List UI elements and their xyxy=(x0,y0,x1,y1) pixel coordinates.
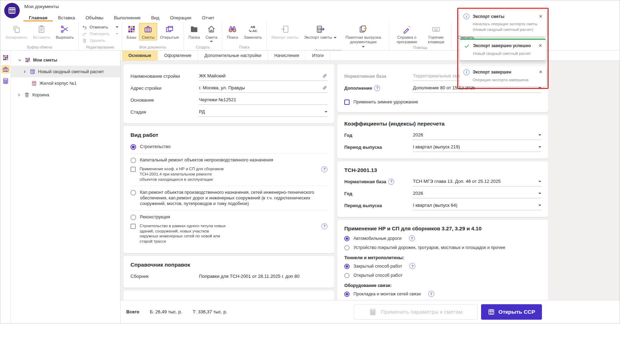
delete-button[interactable]: Удалить xyxy=(81,37,120,44)
export-estimate-button[interactable]: Экспорт сметы xyxy=(301,23,339,40)
close-icon[interactable]: × xyxy=(539,43,542,49)
bottom-bar: Всего Б: 26,49 тыс. р. Т: 336,37 тыс. р.… xyxy=(121,300,620,323)
radio-communication-networks[interactable] xyxy=(344,292,350,297)
work-type-option: Строительство xyxy=(130,140,327,153)
tsn-base-select[interactable]: ТСН МГЭ глава 13. Доп. 46 от 25.12.2025 xyxy=(413,177,541,186)
radio-capital-repair-nonproduction[interactable] xyxy=(130,158,136,163)
radio-automobile-roads[interactable] xyxy=(344,236,350,241)
radio-reconstruction[interactable] xyxy=(130,215,136,220)
paste-button[interactable]: Вставить xyxy=(30,23,53,40)
my-documents-group-label: Мои документы xyxy=(139,45,166,50)
create-estimate-button[interactable]: Смета xyxy=(203,23,220,43)
chevron-right-icon[interactable] xyxy=(17,92,21,97)
coeff-year-select[interactable]: 2026 xyxy=(413,130,541,140)
dropdown-caret-icon xyxy=(325,111,327,113)
period-label: Период выпуска xyxy=(344,203,413,208)
tab-formatting[interactable]: Оформление xyxy=(158,51,198,60)
chevron-down-icon[interactable] xyxy=(17,58,22,63)
hotkeys-button[interactable]: Горячие клавиши xyxy=(423,23,449,45)
create-folder-button[interactable]: Папка xyxy=(186,23,203,40)
help-icon[interactable]: ? xyxy=(374,85,380,91)
link-icon[interactable] xyxy=(322,85,327,90)
undo-dropdown-caret-icon[interactable] xyxy=(116,26,119,28)
tab-main[interactable]: Основные xyxy=(122,51,158,60)
radio-open-method[interactable] xyxy=(344,273,350,278)
tab-additional-settings[interactable]: Дополнительные настройки xyxy=(198,51,268,60)
create-estimate-dropdown-caret-icon[interactable] xyxy=(210,41,213,42)
ribbon-tab-home[interactable]: Главная xyxy=(24,14,53,21)
nr-sp-option: Прокладка и монтаж сетей связи ? xyxy=(344,289,541,299)
suboption-label: Применение коэф. к НР и СП для сборников… xyxy=(140,166,227,182)
stage-select[interactable]: РД xyxy=(199,107,327,117)
collection-value[interactable]: Поправки для ТСН-2001 от 28.11.2025 г. д… xyxy=(199,274,299,279)
check-icon xyxy=(464,43,470,49)
work-type-option: Реконструкция Строительство в рамках одн… xyxy=(130,210,327,248)
tree-item-trash[interactable]: Корзина xyxy=(11,89,120,101)
tree-item-summary-estimate[interactable]: Новый сводный сметный расчет xyxy=(11,66,120,77)
work-type-card: Вид работ Строительство Капитальный ремо… xyxy=(123,126,334,253)
help-icon[interactable]: ? xyxy=(428,291,434,297)
batch-export-button[interactable]: Пакетная выгрузка документации xyxy=(339,23,387,48)
help-icon[interactable]: ? xyxy=(409,263,415,269)
chevron-right-icon[interactable] xyxy=(22,69,27,74)
help-icon[interactable]: ? xyxy=(388,179,394,185)
opened-button[interactable]: Открытые xyxy=(157,23,182,40)
radio-closed-method[interactable] xyxy=(344,264,350,269)
strip-estimates-icon[interactable] xyxy=(1,65,10,74)
tree-item-my-estimates[interactable]: Мои сметы xyxy=(11,54,120,66)
tsn-year-select[interactable]: 2026 xyxy=(413,189,541,198)
open-ssr-button[interactable]: Открыть ССР xyxy=(481,304,542,320)
year-label: Год xyxy=(344,133,413,138)
cut-button[interactable]: Вырезать xyxy=(53,23,77,40)
basis-input[interactable]: Чертежи №12521 xyxy=(199,95,327,105)
checkbox-new-title-construction[interactable] xyxy=(130,224,136,229)
tree-item-building[interactable]: Жилой корпус №1 xyxy=(11,77,120,89)
copy-button[interactable]: Копировать xyxy=(3,23,30,40)
construction-name-input[interactable]: ЖК Майский xyxy=(199,71,327,81)
option-label: Устройство покрытий дорожек, тротуаров, … xyxy=(353,245,505,250)
search-button[interactable]: Поиск xyxy=(224,23,241,40)
ribbon-tab-operations[interactable]: Операции xyxy=(165,14,197,21)
batch-export-dropdown-caret-icon[interactable] xyxy=(362,46,365,47)
ribbon-tab-volumes[interactable]: Объёмы xyxy=(80,14,109,21)
about-button[interactable]: Справка о программе xyxy=(391,23,423,45)
ribbon-tab-insert[interactable]: Вставка xyxy=(53,14,80,21)
coeff-period-select[interactable]: I квартал (выпуск 219) xyxy=(413,142,541,152)
redo-dropdown-caret-icon[interactable] xyxy=(116,33,119,34)
replace-button[interactable]: АВ АС Заменить xyxy=(241,23,265,40)
winter-costs-label: Применить зимнее удорожание xyxy=(353,100,418,104)
ribbon-group-my-documents: Базы Сметы Открытые Мои документы xyxy=(122,22,184,50)
help-icon[interactable]: ? xyxy=(409,235,415,241)
construction-address-input[interactable]: г. Москва, ул. Правды xyxy=(199,83,327,93)
link-icon[interactable] xyxy=(322,73,327,78)
close-icon[interactable]: × xyxy=(539,69,542,75)
undo-button[interactable]: Отменить xyxy=(81,24,120,31)
checkbox-winter-costs[interactable] xyxy=(344,100,350,105)
ribbon-tab-report[interactable]: Отчет xyxy=(197,14,220,21)
nr-sp-option: Устройство покрытий дорожек, тротуаров, … xyxy=(344,243,541,252)
order-basis-input[interactable]: Приказ № МКЭ-ОД/25-132 от 22.12.2025 xyxy=(199,297,327,300)
estimates-button[interactable]: Сметы xyxy=(139,23,157,40)
replace-icon: АВ АС xyxy=(249,24,257,34)
nr-sp-option: Открытый способ работ xyxy=(344,271,541,280)
radio-capital-repair-production[interactable] xyxy=(130,190,136,196)
close-icon[interactable]: × xyxy=(539,14,542,19)
export-dropdown-caret-icon[interactable] xyxy=(334,37,337,38)
help-icon[interactable]: ? xyxy=(321,223,327,229)
ribbon-tab-view[interactable]: Вид xyxy=(146,14,165,21)
strip-bases-icon[interactable] xyxy=(1,53,10,62)
import-estimate-button[interactable]: Импорт сметы xyxy=(269,23,301,40)
tsn-period-select[interactable]: I квартал (выпуск 64) xyxy=(413,200,541,210)
apply-parameters-button[interactable]: Применить параметры к сметам xyxy=(354,304,478,320)
radio-construction[interactable] xyxy=(130,144,136,150)
ribbon-tab-execution[interactable]: Выполнение xyxy=(109,14,146,21)
bases-button[interactable]: Базы xyxy=(124,23,139,40)
app-body: Мои сметы Новый сводный сметный расчет Ж… xyxy=(0,51,620,323)
tab-charges[interactable]: Начисления xyxy=(268,51,306,60)
checkbox-tsn-2001-4-coefficients[interactable] xyxy=(130,167,136,172)
radio-paths-coverings[interactable] xyxy=(344,245,350,250)
redo-button[interactable]: Повторить xyxy=(81,31,120,37)
help-icon[interactable]: ? xyxy=(321,166,327,172)
tab-totals[interactable]: Итоги xyxy=(306,51,330,60)
strip-open-documents-icon[interactable] xyxy=(1,77,10,85)
